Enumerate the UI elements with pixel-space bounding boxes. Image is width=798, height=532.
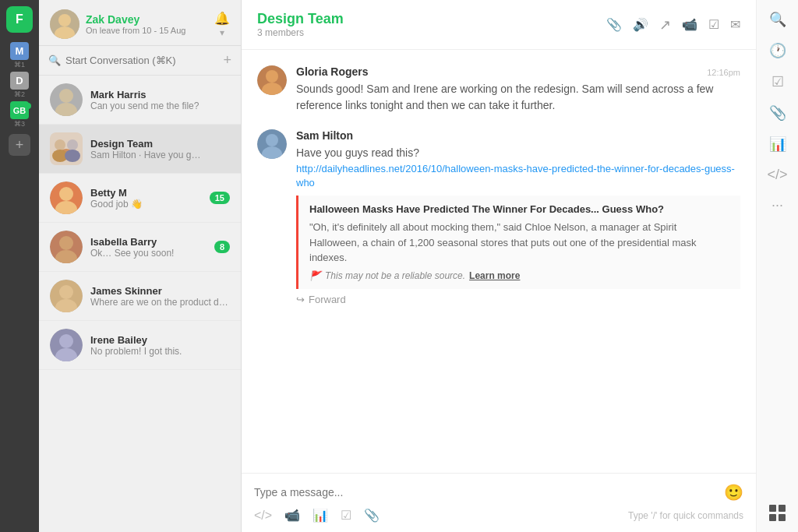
conv-item-irene-bailey[interactable]: Irene Bailey No problem! I got this. <box>39 321 241 370</box>
msg-avatar-gloria <box>257 65 287 95</box>
conv-info-mark-harris: Mark Harris Can you send me the file? <box>90 89 230 111</box>
workspace-avatar-d: D <box>10 72 29 90</box>
sidebar: Zak Davey On leave from 10 - 15 Aug 🔔 ▾ … <box>39 0 242 532</box>
conv-item-design-team[interactable]: Design Team Sam Hilton · Have you g… <box>39 125 241 174</box>
conv-info-isabella-barry: Isabella Barry Ok… See you soon! <box>90 236 207 259</box>
email-icon[interactable]: ✉ <box>730 17 740 32</box>
search-icon: 🔍 <box>48 55 61 66</box>
msg-sender-sam: Sam Hilton <box>296 129 353 142</box>
grid-view-icon[interactable] <box>769 505 786 521</box>
workspace-avatar-m: M <box>10 42 29 60</box>
msg-avatar-sam <box>257 129 287 159</box>
workspace-item-m[interactable]: M ⌘1 <box>6 42 33 69</box>
shortcut-1: ⌘1 <box>14 61 25 69</box>
quick-commands-hint: Type '/' for quick commands <box>628 510 743 521</box>
shortcut-3: ⌘3 <box>14 120 25 128</box>
svg-point-8 <box>67 139 78 150</box>
conv-item-isabella-barry[interactable]: Isabella Barry Ok… See you soon! 8 <box>39 223 241 272</box>
conv-name: Betty M <box>90 187 202 199</box>
message-input[interactable] <box>254 486 716 499</box>
svg-point-19 <box>59 285 73 299</box>
conv-preview: Where are we on the product designs? <box>90 297 230 308</box>
right-history-icon[interactable]: 🕐 <box>769 42 786 59</box>
conv-name: Design Team <box>90 138 230 150</box>
right-code-icon[interactable]: </> <box>767 167 787 183</box>
sidebar-user-details: Zak Davey On leave from 10 - 15 Aug <box>86 13 185 35</box>
sidebar-user-name: Zak Davey <box>86 13 185 26</box>
right-attach-icon[interactable]: 📎 <box>769 104 786 122</box>
emoji-picker-icon[interactable]: 🙂 <box>724 483 743 502</box>
right-more-icon[interactable]: ··· <box>772 197 783 213</box>
svg-point-7 <box>55 139 65 150</box>
workspace-item-gb[interactable]: GB ⌘3 <box>6 101 33 128</box>
exit-icon[interactable]: ↗ <box>659 16 671 33</box>
msg-text-sam: Have you guys read this? <box>296 145 740 161</box>
search-input[interactable] <box>65 55 218 66</box>
message-input-area: 🙂 </> 📹 📊 ☑ 📎 Type '/' for quick command… <box>242 473 756 532</box>
svg-point-11 <box>65 150 80 162</box>
sidebar-header-controls: 🔔 ▾ <box>214 11 230 38</box>
conv-name: Mark Harris <box>90 89 230 100</box>
unread-badge-betty: 15 <box>210 192 230 204</box>
msg-time-gloria: 12:16pm <box>707 68 740 77</box>
conversation-list: Mark Harris Can you send me the file? De… <box>39 76 241 532</box>
svg-point-22 <box>59 334 73 348</box>
conv-info-betty-m: Betty M Good job 👋 <box>90 187 202 210</box>
sidebar-user-avatar <box>50 9 79 39</box>
notification-bell-icon[interactable]: 🔔 <box>214 11 230 26</box>
link-preview-body: "Oh, it's definitely all about mocking t… <box>309 220 729 266</box>
conv-avatar-design-team <box>50 132 83 165</box>
right-search-icon[interactable]: 🔍 <box>769 11 786 28</box>
conv-preview: Good job 👋 <box>90 199 202 210</box>
messages-area: Gloria Rogers 12:16pm Sounds good! Sam a… <box>242 50 756 473</box>
mute-icon[interactable]: 🔊 <box>633 17 648 32</box>
new-conversation-icon[interactable]: + <box>223 52 231 69</box>
conv-item-betty-m[interactable]: Betty M Good job 👋 15 <box>39 174 241 223</box>
add-workspace-button[interactable]: + <box>9 134 30 156</box>
conv-name: Irene Bailey <box>90 334 230 346</box>
svg-point-28 <box>266 134 278 146</box>
svg-point-16 <box>59 236 73 250</box>
msg-forward-button[interactable]: ↪ Forward <box>296 294 740 305</box>
right-stats-icon[interactable]: 📊 <box>769 136 786 153</box>
link-preview-warning: 🚩 This may not be a reliable source. Lea… <box>309 270 729 281</box>
msg-sender-gloria: Gloria Rogers <box>296 65 369 78</box>
video-icon[interactable]: 📹 <box>682 17 697 32</box>
conv-avatar-betty-m <box>50 181 83 214</box>
input-toolbar-icons: </> 📹 📊 ☑ 📎 <box>254 508 380 523</box>
svg-point-13 <box>59 187 73 201</box>
chart-icon[interactable]: 📊 <box>312 508 328 523</box>
right-tasks-icon[interactable]: ☑ <box>772 73 784 90</box>
svg-point-1 <box>58 14 71 26</box>
attach-icon[interactable]: 📎 <box>606 17 622 32</box>
msg-content-sam: Sam Hilton Have you guys read this? http… <box>296 129 740 305</box>
conv-info-design-team: Design Team Sam Hilton · Have you g… <box>90 138 230 160</box>
link-preview: Halloween Masks Have Predicted The Winne… <box>296 196 740 289</box>
learn-more-link[interactable]: Learn more <box>469 270 520 281</box>
conv-name: Isabella Barry <box>90 236 207 248</box>
link-preview-title: Halloween Masks Have Predicted The Winne… <box>309 203 729 215</box>
conv-info-irene-bailey: Irene Bailey No problem! I got this. <box>90 334 230 357</box>
svg-point-4 <box>59 89 73 103</box>
paperclip-icon[interactable]: 📎 <box>364 508 380 523</box>
svg-point-25 <box>266 70 278 83</box>
code-icon[interactable]: </> <box>254 509 272 523</box>
sidebar-user-status: On leave from 10 - 15 Aug <box>86 26 185 35</box>
check-icon[interactable]: ☑ <box>708 17 719 32</box>
workspace-item-d[interactable]: D ⌘2 <box>6 72 33 98</box>
video-call-icon[interactable]: 📹 <box>284 508 300 523</box>
msg-link-sam[interactable]: http://dailyheadlines.net/2016/10/hallow… <box>296 163 735 188</box>
right-panel-bottom <box>769 505 786 521</box>
app-logo[interactable]: F <box>6 6 33 33</box>
conv-avatar-isabella-barry <box>50 231 83 263</box>
sidebar-header: Zak Davey On leave from 10 - 15 Aug 🔔 ▾ <box>39 0 241 46</box>
flag-icon: 🚩 <box>309 270 321 281</box>
conv-item-james-skinner[interactable]: James Skinner Where are we on the produc… <box>39 272 241 321</box>
task-icon[interactable]: ☑ <box>341 508 351 523</box>
chevron-down-icon[interactable]: ▾ <box>220 27 224 38</box>
chat-header: Design Team 3 members 📎 🔊 ↗ 📹 ☑ ✉ <box>242 0 756 50</box>
conv-preview: Ok… See you soon! <box>90 248 207 259</box>
chat-header-info: Design Team 3 members <box>257 11 344 38</box>
conv-item-mark-harris[interactable]: Mark Harris Can you send me the file? <box>39 76 241 125</box>
input-toolbar: </> 📹 📊 ☑ 📎 Type '/' for quick commands <box>254 502 743 523</box>
